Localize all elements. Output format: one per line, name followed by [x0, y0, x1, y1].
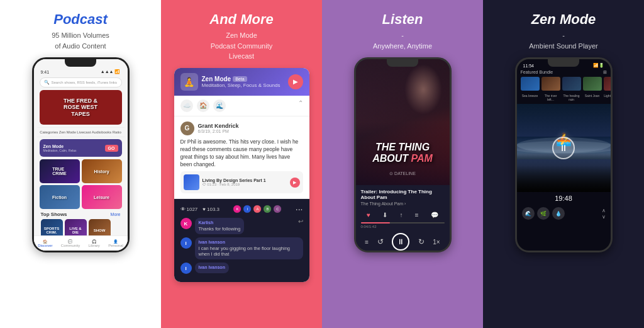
episode-info: Trailer: Introducing The Thing About Pam… — [356, 185, 450, 210]
livecast-stats: 👁1027 ♥103.3 — [180, 206, 220, 212]
status-icons-1: ▲▲▲ 📶 — [101, 69, 121, 74]
zen-title: Zen Mode — [43, 144, 77, 149]
play-pause-button[interactable]: ⏸ — [392, 233, 409, 251]
more-link[interactable]: More — [111, 212, 121, 217]
panel-1-title: Podcast — [53, 11, 108, 28]
chat-name-1: Karlish — [199, 220, 241, 225]
cat-zenmode[interactable]: Zen Mode — [59, 130, 76, 134]
cat-ratio[interactable]: Ratio — [113, 130, 121, 134]
thumb-4[interactable] — [583, 77, 602, 91]
grid-fiction[interactable]: Fiction — [40, 185, 80, 209]
sound-btn-1[interactable]: 🌊 — [522, 207, 535, 220]
time-4: 11:54 — [523, 64, 535, 68]
tab-personal[interactable]: 👤Personal — [108, 239, 123, 247]
progress-fill — [361, 222, 391, 223]
time-1: 9:41 — [41, 70, 50, 74]
search-bar[interactable]: 🔍 Search shows, RSS feeds, iTunes links — [40, 77, 122, 88]
cat-livecast[interactable]: Livecast — [77, 130, 91, 134]
scene-overlay — [517, 154, 611, 192]
thumb-label-4: Saint Joan — [583, 94, 602, 101]
progress-section: 0:04/1:42 — [356, 220, 450, 230]
zen-play-button[interactable]: ▶ — [288, 74, 303, 89]
phone-screen-1: 9:41 ▲▲▲ 📶 🔍 Search shows, RSS feeds, iT… — [34, 59, 128, 251]
panel-2-title: And More — [209, 11, 273, 28]
phone-notch-3 — [387, 59, 418, 67]
progress-bar[interactable] — [361, 222, 445, 223]
like-count: ♥103.3 — [203, 206, 219, 212]
mini-avatar-5: C — [273, 205, 282, 213]
home-icon[interactable]: 🏠 — [197, 99, 209, 112]
comment-icon[interactable]: 💬 — [431, 212, 438, 218]
panel-listen: Listen -Anywhere, Anytime THE THINGABOUT… — [322, 0, 483, 328]
panel-zen-mode: Zen Mode -Ambient Sound Player 11:54 📶🔋 … — [483, 0, 644, 328]
ambient-scene: ⏸ 🚣 — [517, 104, 611, 192]
participant-avatars: K I A B C — [233, 205, 282, 213]
podcast-play-button[interactable]: ▶ — [290, 178, 300, 188]
thumb-5[interactable] — [604, 77, 611, 91]
hero-banner: THE FRED &ROSE WESTTAPES — [40, 90, 122, 125]
mini-avatar-2: I — [243, 205, 252, 213]
arrow-up[interactable]: ∧ — [602, 208, 606, 213]
search-placeholder: Search shows, RSS feeds, iTunes links — [52, 81, 118, 84]
phone-mockup-4: 11:54 📶🔋 Featured Bundle ⊞ Sea breeze Th… — [515, 57, 613, 252]
feature-card: 🧘 Zen Mode Beta Meditation, Sleep, Focus… — [174, 68, 309, 283]
search-icon: 🔍 — [44, 80, 50, 85]
water-icon[interactable]: 🌊 — [213, 99, 226, 112]
speed-icon[interactable]: 1× — [433, 239, 440, 246]
chat-content-2: I can hear you giggling on the floor lau… — [199, 246, 299, 257]
comment-header: G Grant Kendrick 6/3/19, 2:01 PM — [180, 122, 303, 135]
featured-more[interactable]: ⊞ — [603, 70, 607, 75]
chat-message-1: K Karlish Thanks for following ↩ — [180, 218, 303, 234]
tab-discover[interactable]: 🏠Discover — [38, 239, 52, 247]
thumb-1[interactable] — [521, 77, 540, 91]
tab-community[interactable]: 💬Community — [61, 239, 80, 247]
cat-audiobooks[interactable]: Audiobooks — [92, 130, 111, 134]
grid-truecrime[interactable]: TRUECRIME — [40, 159, 80, 183]
more-options-button[interactable]: ··· — [296, 204, 303, 214]
action-icons: ♥ ⬇ ↑ ≡ 💬 — [356, 210, 450, 220]
zen-row: Zen Mode Meditation, Calm, Relax GO — [40, 139, 122, 157]
album-art: THE THINGABOUT PAM ⊙ DATELINE — [356, 59, 450, 185]
arrow-down[interactable]: ∨ — [602, 214, 606, 220]
download-icon[interactable]: ⬇ — [382, 212, 387, 218]
skip-forward-icon[interactable]: ↻ — [418, 237, 425, 246]
zen-banner: 🧘 Zen Mode Beta Meditation, Sleep, Focus… — [174, 68, 309, 96]
bottom-controls: 🌊 🌿 💧 ∧ ∨ — [517, 205, 611, 222]
chat-content-1: Thanks for following — [199, 226, 241, 232]
zen-banner-left: 🧘 Zen Mode Beta Meditation, Sleep, Focus… — [180, 73, 280, 91]
panel-4-subtitle: -Ambient Sound Player — [529, 30, 597, 51]
thumb-label-2: The river left... — [541, 94, 560, 101]
mini-avatar-4: B — [263, 205, 272, 213]
thumb-2[interactable] — [541, 77, 560, 91]
grid-history[interactable]: History — [82, 159, 122, 183]
skip-back-icon[interactable]: ↺ — [377, 237, 384, 246]
cloud-icon[interactable]: ☁️ — [180, 99, 193, 112]
episode-show: The Thing About Pam › — [361, 201, 445, 206]
menu-icon[interactable]: ≡ — [365, 239, 369, 246]
comment-date: 6/3/19, 2:01 PM — [198, 129, 239, 133]
playback-controls: ≡ ↺ ⏸ ↻ 1× — [356, 230, 450, 252]
thumbnail-labels: Sea breeze The river left... The healing… — [517, 93, 611, 104]
heart-icon[interactable]: ♥ — [367, 212, 370, 218]
cat-categories[interactable]: Categories — [40, 130, 58, 134]
sound-btn-2[interactable]: 🌿 — [537, 207, 550, 220]
time-display: 0:04/1:42 — [361, 225, 445, 229]
playlist-icon[interactable]: ≡ — [415, 212, 419, 218]
thumb-3[interactable] — [562, 77, 581, 91]
tab-library[interactable]: 🎧Library — [88, 239, 99, 247]
hero-text: THE FRED &ROSE WESTTAPES — [64, 98, 97, 118]
sound-btn-3[interactable]: 💧 — [552, 207, 565, 220]
zen-person-icon: 🧘 — [180, 73, 198, 91]
thumb-label-5: Lighthouse... — [604, 94, 611, 101]
grid-leisure[interactable]: Leisure — [82, 185, 122, 209]
panel-podcast: Podcast 95 Million Volumesof Audio Conte… — [0, 0, 161, 328]
mini-avatar-3: A — [253, 205, 262, 213]
commenter-avatar: G — [180, 122, 194, 135]
expand-icon[interactable]: ⌃ — [298, 99, 303, 112]
chat-message-3: I Ivan Ivanson — [180, 263, 303, 274]
thumb-label-1: Sea breeze — [521, 94, 540, 101]
chat-name-3: Ivan Ivanson — [199, 265, 225, 269]
go-button[interactable]: GO — [105, 145, 118, 152]
panel-4-title: Zen Mode — [531, 11, 596, 28]
share-icon[interactable]: ↑ — [400, 212, 403, 218]
